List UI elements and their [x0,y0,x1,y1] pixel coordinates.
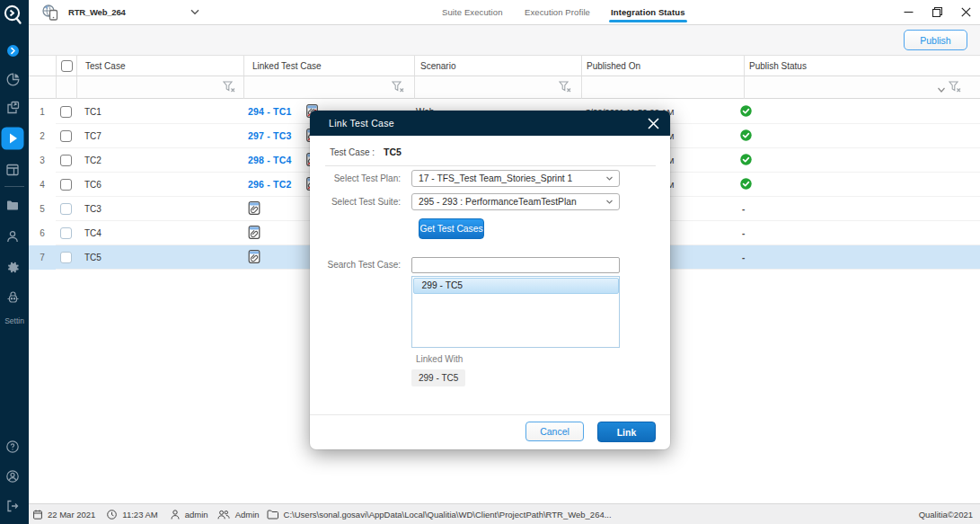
row-checkbox[interactable] [60,173,72,197]
cell-publish-status: - [740,221,745,245]
test-case-listbox[interactable]: 299 - TC5 [411,276,620,348]
published-check-icon [740,178,752,191]
row-checkbox[interactable] [60,100,72,124]
dialog-title: Link Test Case [329,118,394,129]
cell-publish-status [740,124,752,148]
filter-icon-linked[interactable] [392,81,404,94]
test-suite-value: 295 - 293 : PerformanceTeamTestPlan [419,197,577,207]
dialog-close-icon[interactable] [646,116,660,130]
cell-test-case: TC7 [84,124,102,148]
column-header-test-case[interactable]: Test Case [76,56,243,75]
tab-suite-execution[interactable]: Suite Execution [442,0,503,24]
dialog-test-case-row: Test Case :TC5 [330,147,402,157]
test-case-label: Test Case : [330,147,375,157]
linked-test-case-link[interactable]: 294 - TC1 [248,106,292,117]
status-role: Admin [217,510,260,520]
row-number: 2 [29,124,56,148]
row-checkbox[interactable] [60,148,72,173]
sidebar-item-settings[interactable] [0,261,25,274]
select-test-plan-label: Select Test Plan: [310,173,401,183]
chevron-down-icon [605,174,614,184]
calendar-icon [33,510,42,520]
restore-button[interactable] [923,0,951,24]
link-button[interactable]: Link [597,422,656,442]
link-icon[interactable] [248,201,260,217]
no-status-dash: - [740,204,745,214]
search-test-case-input[interactable] [411,257,620,273]
sidebar-item-execution-active[interactable] [0,127,25,150]
cell-linked-test-case [243,221,260,245]
sidebar-item-files[interactable] [0,200,25,211]
row-checkbox[interactable] [60,221,72,245]
tab-integration-status[interactable]: Integration Status [611,0,685,24]
main-tabs: Suite Execution Execution Profile Integr… [29,0,980,24]
filter-icon-scenario[interactable] [559,81,571,94]
sidebar-item-automation[interactable] [0,291,25,305]
cell-publish-status [740,100,752,124]
published-check-icon [740,129,752,143]
select-test-suite-label: Select Test Suite: [310,197,401,207]
no-status-dash: - [740,253,745,262]
column-header-linked-test-case[interactable]: Linked Test Case [243,56,414,75]
cell-publish-status [740,173,752,197]
cell-test-case: TC2 [84,148,102,173]
row-checkbox[interactable] [60,124,72,148]
filter-cell-cb [56,76,76,99]
status-user: admin [171,510,208,520]
filter-icon-test-case[interactable] [223,81,235,94]
account-icon[interactable] [0,470,25,483]
sidebar-item-users[interactable] [0,230,25,243]
no-status-dash: - [740,228,745,238]
row-number: 6 [29,221,56,245]
test-plan-select[interactable]: 17 - TFS_Test Team_Stories_Sprint 1 [411,170,620,187]
help-icon[interactable] [0,440,25,453]
linked-test-case-link[interactable]: 297 - TC3 [248,130,292,141]
user-icon [171,510,180,520]
logout-icon[interactable] [0,500,25,512]
filter-cell-scenario [414,76,581,99]
test-suite-select[interactable]: 295 - 293 : PerformanceTeamTestPlan [411,193,620,210]
row-number: 3 [29,148,56,173]
linked-test-case-link[interactable]: 296 - TC2 [248,179,292,190]
column-header-publish-status[interactable]: Publish Status [744,56,980,75]
cancel-button[interactable]: Cancel [525,422,584,441]
minimize-button[interactable] [894,0,923,24]
get-test-cases-button[interactable]: Get Test Cases [419,218,484,239]
status-role-text: Admin [235,510,260,520]
sidebar-item-export[interactable] [0,101,25,114]
row-number: 1 [29,100,56,124]
sidebar-item-windows[interactable] [0,164,25,176]
publish-button[interactable]: Publish [904,30,967,50]
row-checkbox[interactable] [60,245,72,270]
filter-cell-linked [243,76,414,99]
sidebar-item-reports[interactable] [0,73,25,86]
tab-execution-profile[interactable]: Execution Profile [525,0,590,24]
dialog-header[interactable]: Link Test Case [310,111,670,136]
dialog-footer-separator [310,414,670,415]
column-header-scenario[interactable]: Scenario [414,56,581,75]
column-header-published-on[interactable]: Published On [581,56,744,75]
row-number: 4 [29,173,56,197]
filter-caret-status[interactable] [938,84,945,94]
linked-test-case-link[interactable]: 298 - TC4 [248,155,292,165]
select-all-checkbox[interactable] [61,60,73,72]
link-icon[interactable] [248,226,260,241]
list-item-selected[interactable]: 299 - TC5 [413,278,619,294]
select-all-cell [56,56,76,75]
published-check-icon [740,154,752,167]
filter-icon-status[interactable] [949,81,961,94]
close-button[interactable] [951,0,980,24]
sidebar-settings-label: Settin [0,316,29,325]
sidebar-expand-button[interactable] [0,45,25,57]
row-checkbox[interactable] [60,197,72,221]
cell-test-case: TC5 [84,245,102,270]
dialog-separator [325,165,656,166]
status-date-text: 22 Mar 2021 [48,510,95,520]
cell-linked-test-case [243,245,260,270]
users-icon [217,510,230,520]
row-number: 5 [29,197,56,221]
row-number: 7 [29,245,56,270]
cell-linked-test-case: 297 - TC3 [248,124,318,148]
link-icon[interactable] [248,250,260,265]
published-check-icon [740,105,752,119]
